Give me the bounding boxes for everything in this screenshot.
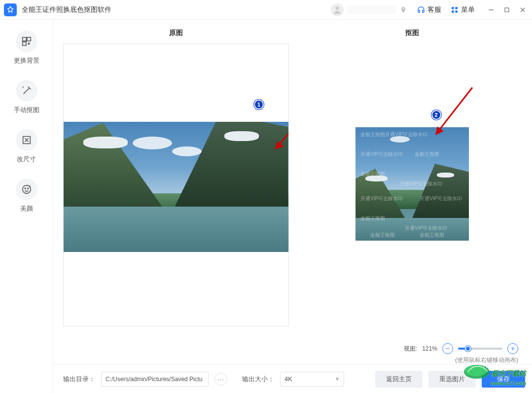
wand-icon [16, 80, 37, 102]
support-button[interactable]: 客服 [417, 5, 441, 14]
menu-label: 菜单 [461, 5, 475, 14]
outdir-value: C:/Users/admin/Pictures/Saved Pictu [106, 376, 203, 383]
user-area[interactable] [331, 3, 408, 16]
watermark: 开通VIP可去除水印 [400, 180, 442, 187]
chevron-down-icon: ▼ [335, 376, 340, 382]
menu-button[interactable]: 菜单 [450, 5, 475, 14]
zoom-slider[interactable] [458, 348, 502, 350]
svg-rect-4 [455, 10, 458, 13]
svg-rect-3 [452, 10, 454, 13]
reselect-button[interactable]: 重选图片 [428, 371, 476, 388]
svg-rect-1 [452, 7, 454, 9]
cutout-canvas[interactable]: 全能王抠图 开通VIP可去除水印 开通VIP可去除水印 全能王抠图 全能王抠图 … [300, 43, 526, 326]
support-label: 客服 [427, 5, 441, 14]
annotation-badge-2: 2 [431, 110, 441, 120]
sidebar: 更换背景 手动抠图 改尺寸 美颜 [0, 20, 53, 393]
svg-rect-6 [505, 8, 509, 12]
panel-original: 原图 1 [63, 29, 289, 339]
resize-icon [16, 129, 37, 151]
sidebar-item-manual[interactable]: 手动抠图 [14, 80, 39, 114]
watermark: 全能王抠图 [360, 131, 385, 138]
bottom-bar: 输出目录： C:/Users/admin/Pictures/Saved Pict… [53, 364, 532, 393]
avatar [331, 3, 344, 16]
svg-rect-9 [22, 37, 26, 41]
minimize-button[interactable] [487, 5, 496, 14]
zoom-in-button[interactable] [507, 343, 518, 354]
watermark: 全能王抠图 [420, 232, 444, 239]
svg-rect-2 [455, 7, 458, 9]
panel-title-cutout: 抠图 [405, 29, 419, 37]
titlebar: 全能王证件照换底色抠图软件 客服 菜单 [0, 0, 532, 20]
save-button[interactable]: 保存 [482, 371, 525, 388]
watermark: 全能王抠图 [360, 215, 385, 222]
svg-rect-11 [22, 42, 26, 45]
svg-point-14 [25, 188, 26, 189]
beauty-icon [16, 179, 37, 200]
close-button[interactable] [518, 5, 527, 14]
app-title: 全能王证件照换底色抠图软件 [22, 5, 111, 14]
outdir-label: 输出目录： [63, 375, 95, 384]
svg-point-0 [336, 6, 339, 10]
headset-icon [417, 5, 426, 14]
panel-cutout: 抠图 全能王抠图 开通VIP可去除水印 开通VIP可去除水印 [300, 29, 526, 339]
watermark: 全能王抠图 [370, 232, 395, 239]
sidebar-item-label: 美颜 [20, 204, 33, 213]
sidebar-item-label: 手动抠图 [14, 106, 39, 114]
outsize-select[interactable]: 4K ▼ [280, 372, 344, 387]
watermark: 全能王抠图 [360, 171, 385, 178]
sidebar-item-background[interactable]: 更换背景 [14, 31, 39, 65]
sidebar-item-label: 更换背景 [14, 56, 39, 65]
app-logo [4, 3, 17, 16]
location-icon [399, 5, 408, 14]
zoom-out-button[interactable] [442, 343, 453, 354]
view-value: 121% [422, 345, 437, 352]
sidebar-item-label: 改尺寸 [17, 155, 36, 164]
original-image [64, 122, 288, 252]
svg-point-15 [27, 188, 28, 189]
browse-button[interactable]: ··· [214, 373, 227, 386]
sidebar-item-resize[interactable]: 改尺寸 [16, 129, 37, 164]
svg-point-13 [22, 185, 31, 194]
watermark: 开通VIP可去除水印 [420, 195, 462, 202]
back-button[interactable]: 返回主页 [375, 371, 423, 388]
main-area: 原图 1 抠图 [53, 20, 532, 393]
maximize-button[interactable] [502, 5, 511, 14]
sidebar-item-beauty[interactable]: 美颜 [16, 179, 37, 213]
panel-title-original: 原图 [169, 29, 183, 37]
view-label: 视图: [404, 345, 417, 353]
watermark: 开通VIP可去除水印 [360, 195, 403, 202]
outdir-input[interactable]: C:/Users/admin/Pictures/Saved Pictu [101, 372, 209, 387]
watermark: 全能王抠图 [415, 151, 439, 158]
watermark: 开通VIP可去除水印 [405, 225, 447, 232]
username-redacted [347, 5, 396, 14]
outsize-label: 输出大小： [242, 375, 274, 384]
cutout-image: 全能王抠图 开通VIP可去除水印 开通VIP可去除水印 全能王抠图 全能王抠图 … [355, 127, 469, 241]
watermark: 开通VIP可去除水印 [360, 151, 403, 158]
background-icon [16, 31, 37, 52]
view-hint: (使用鼠标右键移动画布) [455, 356, 518, 364]
watermark: 开通VIP可去除水印 [385, 131, 427, 138]
svg-rect-10 [27, 37, 30, 41]
grid-icon [450, 5, 459, 14]
annotation-badge-1: 1 [254, 100, 264, 109]
view-controls: 视图: 121% (使用鼠标右键移动画布) [53, 339, 532, 364]
original-canvas[interactable]: 1 [63, 43, 289, 326]
outsize-value: 4K [284, 375, 292, 383]
